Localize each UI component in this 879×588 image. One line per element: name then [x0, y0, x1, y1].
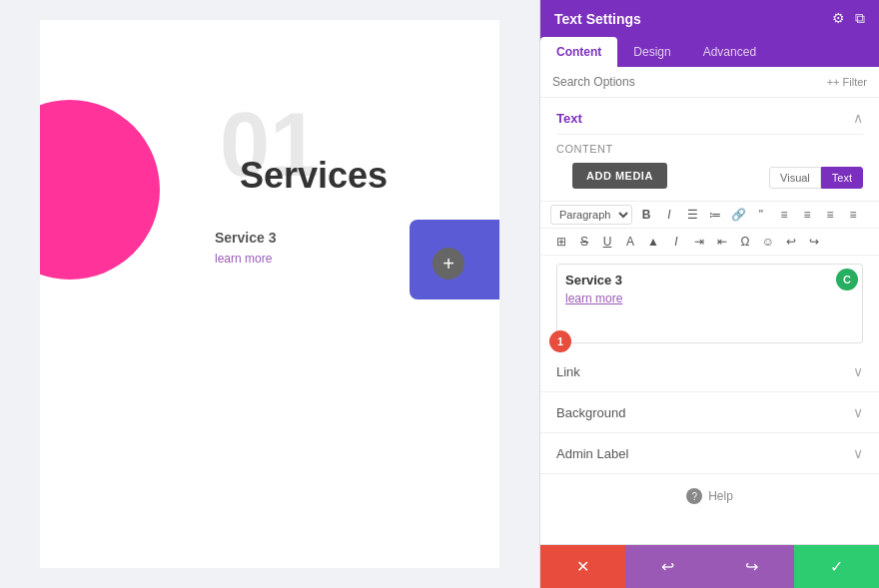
blockquote-button[interactable]: ": [750, 204, 772, 226]
add-media-button[interactable]: ADD MEDIA: [572, 163, 667, 189]
save-button[interactable]: ✓: [794, 545, 879, 588]
underline-button[interactable]: U: [596, 231, 618, 253]
pink-circle-decoration: [40, 100, 160, 280]
canvas-area: 01 Services Service 3 learn more +: [0, 0, 539, 588]
search-bar: + + Filter: [540, 67, 879, 98]
background-chevron-icon: ∨: [853, 404, 863, 420]
editor-toolbar-row2: ⊞ S U A ▲ I ⇥ ⇤ Ω ☺ ↩ ↪: [540, 229, 879, 256]
bottom-bar: ✕ ↩ ↪ ✓: [540, 544, 879, 588]
canvas-inner: 01 Services Service 3 learn more +: [40, 20, 499, 568]
badge-1: 1: [549, 330, 571, 352]
help-label[interactable]: Help: [708, 489, 733, 503]
highlight-button[interactable]: ▲: [642, 231, 664, 253]
ordered-list-button[interactable]: ≔: [704, 204, 726, 226]
link-section[interactable]: Link ∨: [540, 351, 879, 392]
italic-button[interactable]: I: [658, 204, 680, 226]
user-avatar: C: [836, 269, 858, 291]
panel-title: Text Settings: [554, 11, 641, 27]
help-icon[interactable]: ?: [686, 488, 702, 504]
justify-button[interactable]: ≡: [842, 204, 864, 226]
redo-button[interactable]: ↪: [710, 545, 795, 588]
text-color-button[interactable]: A: [619, 231, 641, 253]
tab-advanced[interactable]: Advanced: [687, 37, 772, 67]
undo-button[interactable]: ↩: [625, 545, 710, 588]
background-section-title: Background: [556, 405, 625, 420]
expand-icon[interactable]: ⧉: [855, 10, 865, 27]
admin-label-section[interactable]: Admin Label ∨: [540, 433, 879, 474]
outdent-button[interactable]: ⇤: [711, 231, 733, 253]
panel-content: Text ∧ Content ADD MEDIA Visual Text Par…: [540, 98, 879, 544]
header-icons: ⚙ ⧉: [832, 10, 865, 27]
text-section-title: Text: [556, 111, 582, 126]
tab-design[interactable]: Design: [617, 37, 686, 67]
search-input[interactable]: [552, 75, 827, 89]
link-chevron-icon: ∨: [853, 363, 863, 379]
align-left-button[interactable]: ≡: [773, 204, 795, 226]
settings-icon[interactable]: ⚙: [832, 10, 845, 27]
visual-text-toggle: Visual Text: [769, 167, 863, 189]
editor-toolbar-row1: Paragraph B I ☰ ≔ 🔗 " ≡ ≡ ≡ ≡: [540, 201, 879, 229]
settings-panel: Text Settings ⚙ ⧉ Content Design Advance…: [539, 0, 879, 588]
emoji-button[interactable]: ☺: [757, 231, 779, 253]
indent-button[interactable]: ⇥: [688, 231, 710, 253]
link-section-title: Link: [556, 364, 580, 379]
text-tab-button[interactable]: Text: [821, 167, 863, 189]
services-title: Services: [240, 155, 388, 197]
tab-content[interactable]: Content: [540, 37, 617, 67]
bold-button[interactable]: B: [635, 204, 657, 226]
panel-tabs: Content Design Advanced: [540, 37, 879, 67]
editor-learn-more-link[interactable]: learn more: [565, 292, 854, 305]
admin-label-chevron-icon: ∨: [853, 445, 863, 461]
redo-toolbar-button[interactable]: ↪: [803, 231, 825, 253]
background-section[interactable]: Background ∨: [540, 392, 879, 433]
service3-canvas-text: Service 3: [215, 230, 277, 246]
align-center-button[interactable]: ≡: [796, 204, 818, 226]
table-button[interactable]: ⊞: [550, 231, 572, 253]
editor-area[interactable]: 1 C Service 3 learn more: [556, 264, 863, 343]
filter-button[interactable]: + + Filter: [827, 76, 867, 88]
content-label: Content: [540, 135, 879, 159]
link-button[interactable]: 🔗: [727, 204, 749, 226]
text-section-chevron-icon: ∧: [853, 110, 863, 126]
panel-header: Text Settings ⚙ ⧉: [540, 0, 879, 37]
text-section-header[interactable]: Text ∧: [540, 98, 879, 134]
admin-label-title: Admin Label: [556, 446, 628, 461]
italic2-button[interactable]: I: [665, 231, 687, 253]
paragraph-select[interactable]: Paragraph: [550, 205, 632, 225]
undo-toolbar-button[interactable]: ↩: [780, 231, 802, 253]
align-right-button[interactable]: ≡: [819, 204, 841, 226]
help-row: ? Help: [540, 474, 879, 518]
strikethrough-button[interactable]: S: [573, 231, 595, 253]
unordered-list-button[interactable]: ☰: [681, 204, 703, 226]
add-module-button[interactable]: +: [433, 248, 464, 280]
learn-more-canvas-link[interactable]: learn more: [215, 252, 272, 266]
cancel-button[interactable]: ✕: [540, 545, 625, 588]
special-char-button[interactable]: Ω: [734, 231, 756, 253]
editor-service3-text: Service 3: [565, 273, 854, 288]
visual-tab-button[interactable]: Visual: [769, 167, 821, 189]
